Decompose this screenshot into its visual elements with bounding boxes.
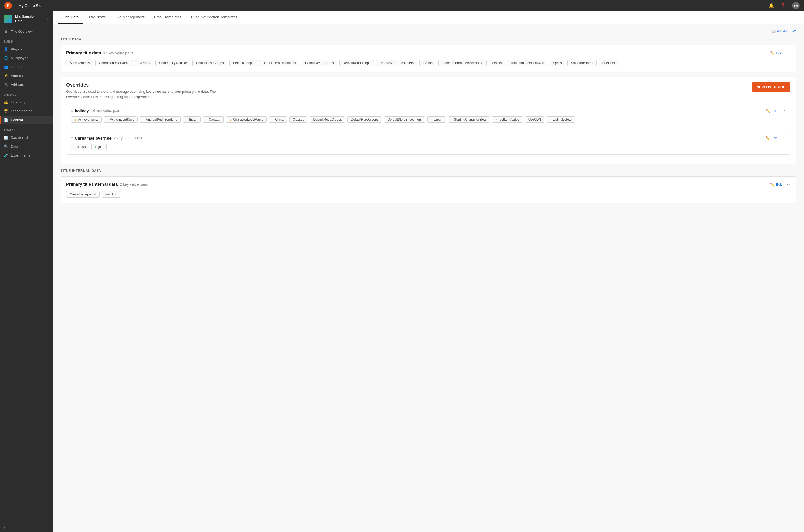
tab-email-templates[interactable]: Email Templates — [149, 11, 186, 24]
leaderboards-icon: 🏆 — [4, 109, 8, 113]
tag-label: DefaultStoreEncounters — [388, 118, 422, 121]
sidebar: Mrs SampleData ⚙ ⊞ Title Overview BUILD … — [0, 11, 53, 532]
primary-internal-data-header: Primary title internal data 2 key value … — [66, 182, 790, 187]
tag-label: DefaultRareCreeps — [351, 118, 378, 121]
groups-icon: 👥 — [4, 65, 8, 69]
sidebar-item-label: Groups — [11, 65, 22, 69]
tag-item: MinimumInterstitialWait — [507, 60, 547, 66]
tab-push-notification-templates[interactable]: Push Notification Templates — [186, 11, 242, 24]
notification-icon[interactable]: 🔔 — [769, 3, 774, 8]
tag-label: bonus — [77, 145, 86, 149]
topbar-divider — [15, 3, 15, 8]
add-icon: + — [550, 118, 552, 121]
primary-title-data-header: Primary title data 17 key value pairs ✏️… — [66, 51, 790, 56]
user-avatar[interactable]: SH — [792, 2, 800, 10]
override-holiday-header: ◇ holiday 16 key value pairs ✏️ Edit ··· — [71, 108, 786, 113]
tag-item: Levels — [489, 60, 505, 66]
title-data-section-header: TITLE DATA — [61, 38, 796, 41]
sidebar-item-data[interactable]: 🔍 Data — [0, 142, 53, 151]
content-area: Title Data Title News File Management Em… — [53, 11, 804, 532]
tag-item: Events — [419, 60, 436, 66]
add-icon: + — [273, 118, 274, 121]
experiments-icon: 🧪 — [4, 153, 8, 157]
primary-internal-data-more-button[interactable]: ··· — [785, 182, 790, 187]
sidebar-item-title-overview[interactable]: ⊞ Title Overview — [0, 27, 53, 36]
whats-this-link[interactable]: 📖 What's this? — [771, 29, 796, 33]
add-icon: + — [186, 118, 188, 121]
override-holiday-actions: ✏️ Edit ··· — [766, 108, 786, 113]
settings-gear-icon[interactable]: ⚙ — [45, 17, 49, 21]
override-christmas-header: ◇ Christmas override 2 key value pairs ✏… — [71, 136, 786, 140]
sidebar-item-label: Data — [11, 145, 18, 149]
tag-item: +Brazil — [183, 116, 201, 123]
sidebar-item-add-ons[interactable]: 🔌 Add-ons — [0, 80, 53, 89]
tag-item: +testingDelete — [547, 116, 575, 123]
tag-item: ▲Achievements — [71, 116, 101, 123]
sidebar-item-label: Add-ons — [11, 82, 24, 87]
override-holiday-edit-button[interactable]: ✏️ Edit — [766, 109, 777, 113]
tag-item: Classes — [135, 60, 154, 66]
sidebar-item-label: Leaderboards — [11, 109, 32, 113]
tab-title-news[interactable]: Title News — [83, 11, 110, 24]
sidebar-item-leaderboards[interactable]: 🏆 Leaderboards — [0, 107, 53, 115]
sidebar-item-experiments[interactable]: 🧪 Experiments — [0, 151, 53, 160]
add-icon: + — [74, 146, 76, 149]
economy-icon: 💰 — [4, 100, 8, 104]
sidebar-item-label: Content — [11, 118, 23, 122]
tag-item: Game background — [66, 191, 100, 197]
tab-bar: Title Data Title News File Management Em… — [53, 11, 804, 24]
add-icon: + — [95, 146, 96, 149]
tag-item: ▲CharacterLevelRamp — [226, 116, 267, 123]
tag-item: +Japan — [427, 116, 446, 123]
primary-internal-data-count: 2 key value pairs — [120, 182, 148, 187]
app-logo: P — [4, 2, 12, 10]
tab-file-management[interactable]: File Management — [110, 11, 149, 24]
tag-item: web link — [102, 191, 120, 197]
tag-item: DefaultStoreEncounters — [384, 116, 425, 123]
edit-icon-3: ✏️ — [770, 183, 774, 187]
add-icon: + — [107, 118, 109, 121]
sidebar-item-automation[interactable]: ⚡ Automation — [0, 71, 53, 80]
override-diamond-icon-2: ◇ — [71, 136, 73, 140]
override-christmas-more-button[interactable]: ··· — [781, 136, 786, 140]
tag-label: TestLongValue — [498, 118, 519, 121]
override-item-christmas: ◇ Christmas override 2 key value pairs ✏… — [66, 131, 790, 155]
whats-this-container: 📖 What's this? — [61, 29, 796, 33]
title-internal-data-section-header: TITLE INTERNAL DATA — [61, 169, 796, 173]
tag-label: Classes — [293, 118, 304, 121]
override-christmas-edit-button[interactable]: ✏️ Edit — [766, 136, 777, 140]
sidebar-item-multiplayer[interactable]: 🌐 Multiplayer — [0, 54, 53, 62]
sidebar-collapse-button[interactable]: « — [0, 524, 53, 532]
book-icon: 📖 — [771, 29, 775, 33]
sidebar-item-dashboards[interactable]: 📊 Dashboards — [0, 133, 53, 142]
tab-title-data[interactable]: Title Data — [58, 11, 83, 24]
primary-title-internal-data-card: Primary title internal data 2 key value … — [61, 176, 796, 203]
primary-internal-data-tags: Game backgroundweb link — [66, 191, 790, 197]
tag-label: ActiveEventKeys — [110, 118, 134, 121]
primary-internal-data-edit-button[interactable]: ✏️ Edit — [770, 183, 782, 187]
tag-label: China — [275, 118, 283, 121]
override-holiday-more-button[interactable]: ··· — [781, 108, 786, 113]
primary-title-data-count: 17 key value pairs — [103, 51, 133, 55]
overrides-title: Overrides — [66, 82, 227, 88]
primary-title-data-card: Primary title data 17 key value pairs ✏️… — [61, 45, 796, 72]
tag-item: +StartingCharacterSlots — [448, 116, 490, 123]
sidebar-item-players[interactable]: 👤 Players — [0, 45, 53, 54]
sidebar-item-groups[interactable]: 👥 Groups — [0, 62, 53, 71]
tag-item: DefaultRareCreeps — [339, 60, 374, 66]
overrides-header: Overrides Overrides are used to store an… — [66, 82, 790, 99]
tag-item: LeaderboardoftheweekName — [438, 60, 487, 66]
new-override-button[interactable]: NEW OVERRIDE — [752, 82, 790, 92]
primary-title-data-edit-button[interactable]: ✏️ Edit — [770, 51, 782, 55]
sidebar-item-content[interactable]: 📄 Content — [0, 115, 53, 125]
tag-item: +bonus — [71, 144, 89, 150]
sidebar-section-build: BUILD — [0, 36, 53, 45]
tag-item: DefaultMegaCreeps — [310, 116, 345, 123]
sidebar-item-economy[interactable]: 💰 Economy — [0, 98, 53, 107]
automation-icon: ⚡ — [4, 74, 8, 78]
primary-title-data-more-button[interactable]: ··· — [785, 51, 790, 56]
profile-icon — [4, 15, 12, 23]
primary-title-data-title: Primary title data — [66, 51, 101, 56]
help-icon[interactable]: ❓ — [780, 3, 786, 8]
tag-label: UseCDN — [528, 118, 541, 121]
